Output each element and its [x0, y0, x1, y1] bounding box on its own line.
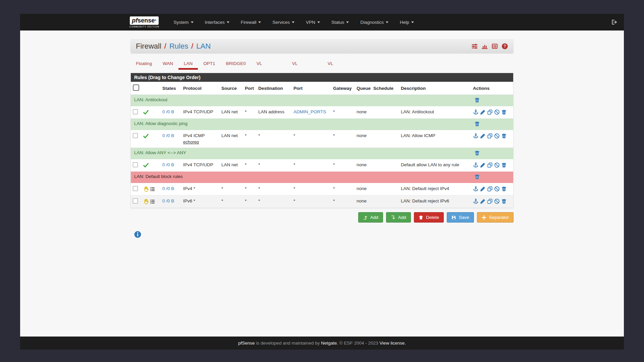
chart-bar-icon[interactable] — [481, 43, 488, 50]
check-icon — [143, 109, 149, 115]
row-checkbox[interactable] — [133, 186, 138, 191]
ban-icon[interactable] — [494, 186, 500, 192]
pencil-icon[interactable] — [480, 186, 486, 192]
tab-lan[interactable]: LAN — [178, 58, 198, 70]
tab-vl[interactable]: VL — [287, 58, 322, 70]
rule-row: 0 /0 BIPv4 TCP/UDPLAN net*LAN addressADM… — [131, 106, 513, 119]
copy-icon[interactable] — [487, 198, 493, 204]
copy-icon[interactable] — [487, 133, 493, 139]
breadcrumb-separator: / — [164, 42, 166, 51]
trash-icon[interactable] — [501, 109, 507, 115]
cell-queue: none — [355, 195, 371, 208]
trash-icon[interactable] — [501, 162, 507, 168]
rule-row: 0 /0 BIPv4 ICMPechoreqLAN net****noneLAN… — [131, 130, 513, 148]
nav-menu-system[interactable]: System — [168, 20, 199, 25]
nav-menu-vpn[interactable]: VPN — [300, 20, 326, 25]
ban-icon[interactable] — [494, 133, 500, 139]
ban-icon[interactable] — [494, 109, 500, 115]
protocol-subtype-link[interactable]: echoreq — [183, 139, 199, 144]
sliders-icon[interactable] — [471, 43, 478, 50]
ban-icon[interactable] — [494, 162, 500, 168]
states-link[interactable]: 0 /0 B — [162, 109, 174, 114]
tab-vl[interactable]: VL — [322, 58, 358, 70]
column-header-protocol: Protocol — [181, 82, 219, 95]
nav-menu-services[interactable]: Services — [267, 20, 300, 25]
toggle-all-checkbox-icon[interactable] — [133, 84, 139, 91]
anchor-icon[interactable] — [473, 133, 479, 139]
pfsense-logo-box: pfsense® — [130, 16, 159, 25]
level-down-icon — [391, 215, 395, 220]
anchor-icon[interactable] — [473, 186, 479, 192]
nav-menu-help[interactable]: Help — [394, 20, 420, 25]
anchor-icon[interactable] — [473, 109, 479, 115]
states-link[interactable]: 0 /0 B — [162, 133, 174, 138]
pencil-icon[interactable] — [480, 162, 486, 168]
delete-button[interactable]: Delete — [414, 212, 444, 223]
top-navbar: pfsense® COMMUNITY EDITION SystemInterfa… — [20, 14, 624, 31]
nav-menu-firewall[interactable]: Firewall — [235, 20, 267, 25]
pfsense-logo[interactable]: pfsense® COMMUNITY EDITION — [129, 16, 159, 28]
row-checkbox[interactable] — [133, 162, 138, 167]
pencil-icon[interactable] — [480, 198, 486, 204]
footer-link[interactable]: pfSense — [238, 341, 255, 346]
cell-protocol: IPv4 TCP/UDP — [181, 159, 219, 172]
caret-down-icon — [346, 21, 349, 23]
trash-icon[interactable] — [474, 150, 480, 156]
info-circle-icon[interactable] — [134, 231, 142, 238]
add-button[interactable]: Add — [358, 212, 383, 223]
footer-link[interactable]: Netgate. — [321, 341, 338, 346]
cell-gateway: * — [331, 106, 355, 119]
nav-menu-interfaces[interactable]: Interfaces — [199, 20, 235, 25]
cell-source: LAN net — [219, 106, 243, 119]
anchor-icon[interactable] — [473, 162, 479, 168]
tab-opt1[interactable]: OPT1 — [198, 58, 220, 70]
separator-button[interactable]: Separator — [477, 212, 514, 223]
nav-menu-status[interactable]: Status — [326, 20, 355, 25]
copy-icon[interactable] — [487, 109, 493, 115]
tab-vl[interactable]: VL — [251, 58, 287, 70]
trash-icon[interactable] — [501, 133, 507, 139]
tab-bridge0[interactable]: BRIDGE0 — [221, 58, 251, 70]
save-button[interactable]: Save — [447, 212, 474, 223]
tab-floating[interactable]: Floating — [130, 58, 157, 70]
info-wrap — [134, 231, 514, 240]
states-link[interactable]: 0 /0 B — [162, 186, 174, 191]
trash-icon[interactable] — [474, 97, 480, 103]
pencil-icon[interactable] — [480, 109, 486, 115]
pencil-icon[interactable] — [480, 133, 486, 139]
cell-schedule — [371, 159, 399, 172]
states-link[interactable]: 0 /0 B — [162, 162, 174, 167]
tab-wan[interactable]: WAN — [157, 58, 178, 70]
nav-menu-diagnostics[interactable]: Diagnostics — [355, 20, 394, 25]
trash-icon[interactable] — [474, 121, 480, 127]
trash-icon — [419, 215, 423, 220]
row-checkbox[interactable] — [133, 198, 138, 203]
copy-icon[interactable] — [487, 162, 493, 168]
copy-icon[interactable] — [487, 186, 493, 192]
states-link[interactable]: 0 /0 B — [162, 198, 174, 203]
cell-source-port: * — [243, 183, 256, 195]
breadcrumb-page-link[interactable]: LAN — [196, 42, 211, 51]
sign-out-icon[interactable] — [611, 19, 617, 25]
cell-rule-state — [141, 130, 160, 148]
destination-port-alias-link[interactable]: ADMIN_PORTS — [293, 109, 326, 114]
cell-select — [131, 159, 141, 172]
row-checkbox[interactable] — [133, 109, 138, 114]
help-icon[interactable]: ? — [501, 43, 508, 50]
trash-icon[interactable] — [474, 174, 480, 180]
trash-icon[interactable] — [501, 198, 507, 204]
logo-registered-mark: ® — [155, 19, 156, 21]
plus-icon — [482, 215, 486, 220]
nav-menu-label: Status — [331, 20, 344, 25]
ban-icon[interactable] — [494, 198, 500, 204]
caret-down-icon — [258, 21, 261, 23]
log-icon[interactable] — [491, 43, 498, 50]
row-checkbox[interactable] — [133, 133, 138, 138]
footer-link[interactable]: View license. — [379, 341, 406, 346]
cell-description: LAN: Default reject IPv4 — [399, 183, 471, 195]
add-button[interactable]: Add — [386, 212, 411, 223]
trash-icon[interactable] — [501, 186, 507, 192]
breadcrumb-rules-link[interactable]: Rules — [169, 42, 188, 51]
nav-menu-label: Firewall — [241, 20, 257, 25]
anchor-icon[interactable] — [473, 198, 479, 204]
